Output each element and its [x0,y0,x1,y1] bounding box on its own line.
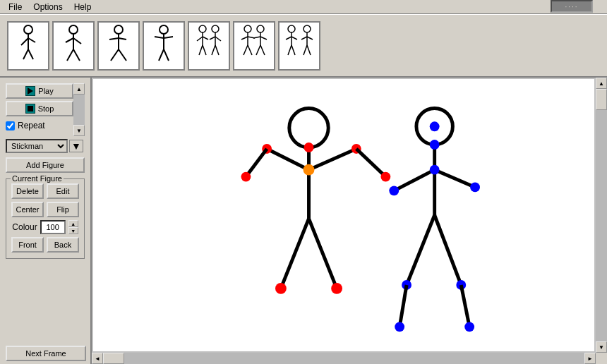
svg-line-20 [155,37,164,38]
svg-point-70 [275,283,287,294]
canvas-area[interactable]: ▲ ▼ ◄ ► [92,78,607,364]
play-label: Play [38,87,53,95]
svg-line-53 [292,45,295,55]
add-figure-button[interactable]: Add Figure [6,157,85,173]
svg-point-85 [389,186,399,195]
svg-line-65 [309,219,337,289]
main-area: Play Stop Repeat ▲ ▼ [0,78,607,364]
scroll-v-up[interactable]: ▲ [596,78,607,89]
svg-line-16 [111,49,119,61]
svg-line-56 [301,37,307,40]
svg-line-15 [119,38,126,40]
delete-button[interactable]: Delete [11,183,44,199]
svg-line-51 [292,37,297,40]
current-figure-group: Current Figure Delete Edit Center Flip C… [6,178,85,259]
svg-point-84 [430,165,440,175]
frame-thumb-4[interactable] [143,21,185,71]
svg-line-64 [281,219,309,289]
svg-line-23 [164,49,169,61]
playback-controls: Play Stop [6,83,73,116]
svg-line-34 [212,45,215,55]
svg-point-92 [464,322,474,332]
scroll-h-left[interactable]: ◄ [92,353,103,364]
svg-line-57 [307,37,313,40]
front-button[interactable]: Front [11,237,44,253]
svg-line-72 [356,149,386,177]
scrollbar-vertical[interactable]: ▲ ▼ [596,78,607,353]
scroll-down-arrow[interactable]: ▼ [73,125,85,136]
frame-strip [0,14,607,78]
frame-thumb-5[interactable] [188,21,230,71]
svg-line-29 [203,45,206,55]
drawing-canvas[interactable] [93,79,594,351]
svg-line-78 [394,170,434,191]
frame-thumb-6[interactable] [233,21,275,71]
svg-line-46 [256,45,260,55]
menu-file[interactable]: File [3,1,28,13]
svg-line-28 [199,45,203,55]
svg-line-27 [203,37,208,40]
colour-up[interactable]: ▲ [68,220,78,227]
svg-point-60 [289,109,328,147]
edit-label: Edit [56,187,70,195]
figure-dropdown-row: Stickman Ball Box ▼ [6,139,85,153]
flip-label: Flip [56,205,69,214]
back-button[interactable]: Back [47,237,79,253]
svg-point-18 [160,25,168,34]
stop-button[interactable]: Stop [6,101,73,116]
menu-options[interactable]: Options [28,1,68,13]
svg-point-73 [380,172,390,182]
play-button[interactable]: Play [6,83,73,99]
svg-line-14 [109,38,119,40]
colour-input[interactable]: 100 [40,220,66,234]
flip-button[interactable]: Flip [47,202,79,217]
play-icon [25,86,35,96]
scroll-v-thumb[interactable] [596,89,607,110]
svg-line-41 [248,45,252,55]
colour-down[interactable]: ▼ [68,227,78,234]
svg-point-54 [304,25,311,32]
repeat-row: Repeat [6,121,73,131]
colour-row: Colour 100 ▲ ▼ [9,220,81,234]
scrollbar-horizontal[interactable]: ◄ ► [92,353,596,364]
figure-type-select[interactable]: Stickman Ball Box [6,139,68,153]
dropdown-arrow[interactable]: ▼ [69,140,83,152]
frame-thumb-2[interactable] [52,21,95,71]
svg-line-62 [267,149,308,170]
svg-point-42 [257,25,264,32]
repeat-checkbox[interactable] [6,121,15,131]
scroll-up-arrow[interactable]: ▲ [73,83,85,95]
svg-line-47 [260,45,265,55]
back-label: Back [54,241,71,249]
frame-thumb-1[interactable] [7,21,49,71]
svg-point-66 [304,142,314,152]
scroll-v-down[interactable]: ▼ [596,341,607,353]
svg-line-32 [210,37,215,40]
frame-thumb-7[interactable] [278,21,320,71]
front-label: Front [18,241,37,249]
next-frame-label: Next Frame [25,349,66,358]
svg-point-83 [430,140,440,150]
svg-line-89 [399,285,407,327]
next-frame-button[interactable]: Next Frame [6,346,86,361]
scroll-h-thumb[interactable] [103,353,124,364]
scroll-v-track[interactable] [596,89,607,341]
frame-thumb-3[interactable] [97,21,140,71]
svg-line-58 [304,45,307,55]
svg-line-38 [241,37,248,40]
scroll-h-track[interactable] [103,353,584,364]
svg-point-0 [24,25,32,34]
menu-help[interactable]: Help [68,1,97,13]
colour-spinner: ▲ ▼ [68,220,78,234]
edit-button[interactable]: Edit [47,183,79,199]
scroll-h-right[interactable]: ► [584,353,596,364]
menubar: File Options Help [0,0,607,14]
center-button[interactable]: Center [11,202,44,217]
svg-line-2 [21,38,28,45]
svg-point-75 [241,172,251,182]
svg-point-48 [288,25,295,32]
stop-label: Stop [38,104,54,113]
svg-line-44 [253,37,260,38]
svg-line-81 [435,215,462,285]
svg-line-21 [164,37,173,38]
